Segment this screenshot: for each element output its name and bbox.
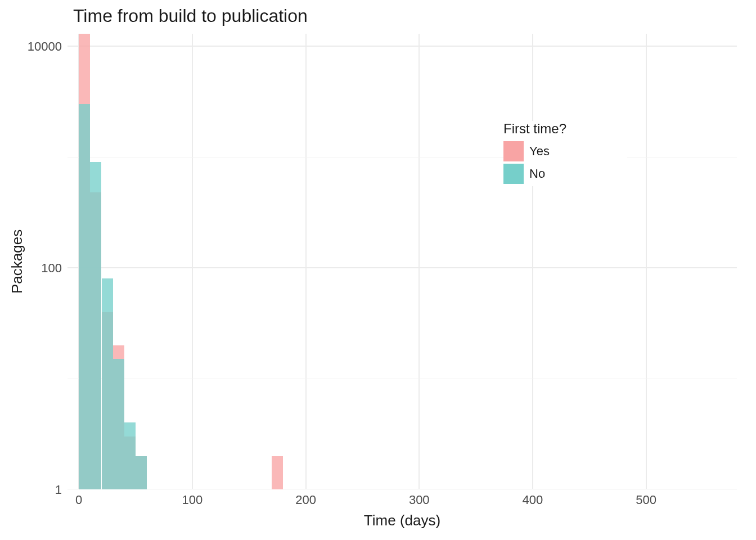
plot-panel: [68, 34, 737, 489]
legend-key-no: [503, 164, 524, 184]
x-tick: 200: [289, 493, 323, 507]
gridline-h-minor: [68, 157, 737, 158]
chart: Time from build to publication 010020030…: [0, 0, 756, 540]
bar-no: [136, 456, 147, 489]
bar-no: [113, 359, 124, 489]
chart-title: Time from build to publication: [73, 6, 308, 26]
bar-yes: [272, 456, 283, 489]
bar-no: [124, 422, 136, 489]
legend-item-yes: Yes: [503, 141, 627, 161]
bar-no: [90, 162, 101, 489]
x-tick: 400: [516, 493, 550, 507]
x-tick: 500: [629, 493, 663, 507]
x-axis-label: Time (days): [68, 512, 737, 529]
x-tick: 300: [402, 493, 436, 507]
gridline-v: [532, 34, 533, 489]
bar-no: [79, 104, 90, 489]
x-tick: 100: [176, 493, 209, 507]
bar-no: [102, 278, 113, 489]
legend-key-yes: [503, 141, 524, 161]
y-axis-label: Packages: [6, 34, 28, 489]
gridline-h: [68, 267, 737, 268]
gridline-v: [305, 34, 307, 489]
gridline-v: [192, 34, 193, 489]
legend-title: First time?: [503, 121, 627, 137]
x-tick: 0: [62, 493, 96, 507]
panel-background: [68, 34, 737, 489]
legend-item-no: No: [503, 164, 627, 184]
legend: First time? Yes No: [503, 121, 627, 186]
legend-label-yes: Yes: [529, 144, 550, 159]
gridline-v: [646, 34, 647, 489]
gridline-h: [68, 489, 737, 489]
gridline-h-minor: [68, 379, 737, 379]
gridline-v: [418, 34, 420, 489]
legend-label-no: No: [529, 166, 545, 181]
gridline-h: [68, 46, 737, 47]
